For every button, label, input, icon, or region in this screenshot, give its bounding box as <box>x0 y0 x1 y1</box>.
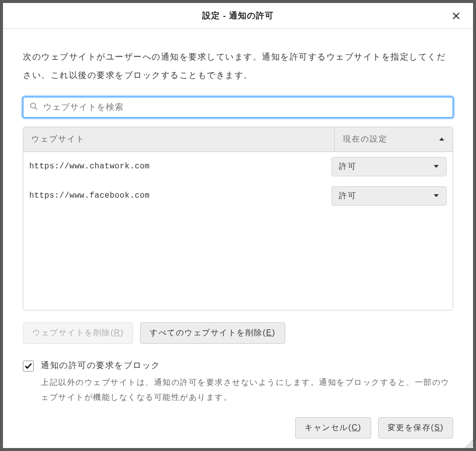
search-input[interactable] <box>23 97 453 118</box>
status-dropdown[interactable]: 許可 <box>331 186 447 206</box>
block-requests-checkbox[interactable] <box>23 361 34 372</box>
save-button[interactable]: 変更を保存(S) <box>378 417 453 439</box>
status-dropdown[interactable]: 許可 <box>331 157 447 176</box>
settings-dialog: 設定 - 通知の許可 次のウェブサイトがユーザーへの通知を要求しています。通知を… <box>3 3 473 448</box>
website-table: ウェブサイト 現在の設定 https://www.chatwork.com 許可 <box>23 127 453 310</box>
table-body: https://www.chatwork.com 許可 https://www.… <box>23 152 453 310</box>
chevron-down-icon <box>433 194 439 198</box>
website-url: https://www.facebook.com <box>29 191 331 200</box>
resize-handle[interactable] <box>463 438 473 448</box>
dialog-header: 設定 - 通知の許可 <box>3 3 473 29</box>
block-requests-description: 上記以外のウェブサイトは、通知の許可を要求させないようにします。通知をブロックす… <box>41 375 453 405</box>
website-url: https://www.chatwork.com <box>29 162 331 171</box>
column-header-website[interactable]: ウェブサイト <box>23 127 334 151</box>
status-value: 許可 <box>339 191 357 201</box>
table-row[interactable]: https://www.chatwork.com 許可 <box>23 152 453 181</box>
description-text: 次のウェブサイトがユーザーへの通知を要求しています。通知を許可するウェブサイトを… <box>23 48 453 85</box>
search-icon <box>30 102 38 112</box>
close-icon <box>452 12 460 20</box>
remove-website-button: ウェブサイトを削除(R) <box>23 322 133 344</box>
svg-point-0 <box>31 103 36 108</box>
dialog-title: 設定 - 通知の許可 <box>202 10 274 21</box>
table-header-row: ウェブサイト 現在の設定 <box>23 127 453 152</box>
sort-up-icon <box>439 137 445 141</box>
status-cell: 許可 <box>331 157 447 176</box>
chevron-down-icon <box>433 164 439 168</box>
dialog-body: 次のウェブサイトがユーザーへの通知を要求しています。通知を許可するウェブサイトを… <box>3 29 473 449</box>
block-requests-section: 通知の許可の要求をブロック 上記以外のウェブサイトは、通知の許可を要求させないよ… <box>23 360 453 405</box>
search-wrapper <box>23 97 453 118</box>
block-requests-label[interactable]: 通知の許可の要求をブロック <box>41 360 453 371</box>
checkbox-content: 通知の許可の要求をブロック 上記以外のウェブサイトは、通知の許可を要求させないよ… <box>41 360 453 405</box>
column-header-status[interactable]: 現在の設定 <box>334 127 453 151</box>
status-cell: 許可 <box>331 186 447 206</box>
cancel-button[interactable]: キャンセル(C) <box>295 417 371 439</box>
dialog-footer: キャンセル(C) 変更を保存(S) <box>23 417 453 439</box>
table-row[interactable]: https://www.facebook.com 許可 <box>23 181 453 211</box>
close-button[interactable] <box>449 9 463 23</box>
remove-all-websites-button[interactable]: すべてのウェブサイトを削除(E) <box>140 322 285 344</box>
column-header-status-label: 現在の設定 <box>343 134 388 145</box>
status-value: 許可 <box>339 161 357 172</box>
checkmark-icon <box>24 362 32 370</box>
table-actions-row: ウェブサイトを削除(R) すべてのウェブサイトを削除(E) <box>23 322 453 344</box>
